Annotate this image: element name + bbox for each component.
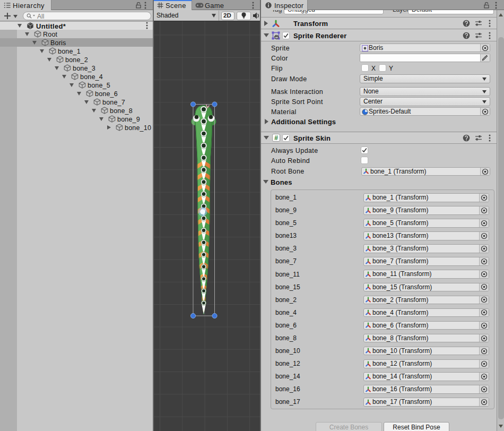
svg-text:#: # [274, 134, 278, 142]
